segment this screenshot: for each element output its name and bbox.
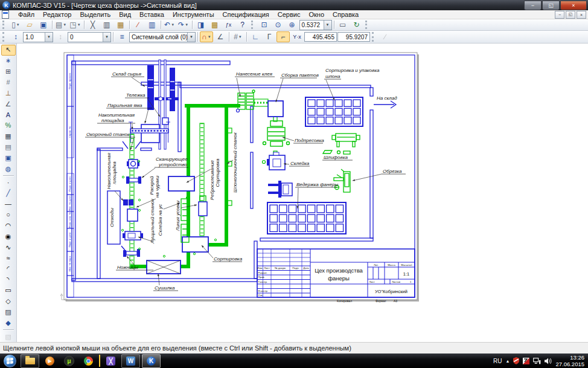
minimize-button[interactable]: − bbox=[524, 1, 542, 10]
aux-step-combo[interactable]: 0▼ bbox=[68, 32, 111, 42]
drawing-label[interactable]: Окорочный станок bbox=[86, 132, 130, 137]
toolbar-grip[interactable] bbox=[372, 32, 377, 42]
coord-y-field[interactable]: 95.9207 bbox=[337, 32, 370, 42]
save-icon[interactable]: ▣ bbox=[37, 19, 50, 30]
zoom-selection-icon[interactable]: ⊙ bbox=[272, 19, 285, 30]
drawing-label[interactable]: Тележка bbox=[126, 92, 145, 98]
datum-icon[interactable]: ⊞ bbox=[1, 66, 16, 77]
taskbar-clock[interactable]: 13:26 27.06.2015 bbox=[555, 354, 584, 368]
drawing-label[interactable]: Обрезка bbox=[383, 169, 402, 174]
drawing-label[interactable]: Сортировка bbox=[215, 158, 220, 187]
drawing-label[interactable]: Шлифовка bbox=[324, 155, 348, 160]
refresh-view-icon[interactable]: ↻ bbox=[350, 19, 363, 30]
format-brush-icon[interactable]: ∕ bbox=[132, 19, 145, 30]
menu-окно[interactable]: Окно bbox=[304, 10, 328, 19]
drawing-label[interactable]: Сортировка и упаковка bbox=[325, 68, 380, 73]
local-cs-icon[interactable]: ∟ bbox=[249, 31, 262, 42]
drawing-label[interactable]: Отходы bbox=[109, 208, 115, 227]
print-icon[interactable]: ▤▼ bbox=[54, 19, 68, 30]
taskbar-word-button[interactable]: W bbox=[121, 354, 140, 368]
drawing-label[interactable]: Линия усовки bbox=[175, 200, 181, 231]
menu-файл[interactable]: Файл bbox=[14, 10, 39, 19]
hatch-fill-icon[interactable]: ◆ bbox=[1, 317, 16, 328]
security-tray-icon[interactable] bbox=[523, 358, 529, 364]
document-icon[interactable] bbox=[2, 10, 9, 19]
drawing-label[interactable]: Склейка bbox=[290, 161, 310, 166]
measure-icon[interactable]: % bbox=[1, 120, 16, 131]
frame-icon[interactable]: ▦ bbox=[1, 131, 16, 142]
arc-icon[interactable]: ◠ bbox=[1, 221, 16, 231]
menu-выделить[interactable]: Выделить bbox=[75, 10, 115, 19]
fx-icon[interactable]: ƒx bbox=[222, 19, 235, 30]
menu-редактор[interactable]: Редактор bbox=[39, 10, 75, 19]
menu-справка[interactable]: Справка bbox=[328, 10, 363, 19]
curve-icon[interactable]: ∿ bbox=[1, 242, 16, 253]
aux-step-icon[interactable]: ↕ bbox=[54, 31, 67, 42]
hatch-lines-icon[interactable]: ▨ bbox=[1, 307, 16, 318]
language-indicator[interactable]: RU bbox=[493, 358, 502, 364]
taskbar-kompas-button[interactable]: K bbox=[142, 354, 161, 368]
close-button[interactable]: × bbox=[560, 1, 587, 10]
zoom-scale-combo[interactable]: 0.5372▼ bbox=[299, 20, 332, 30]
text-icon[interactable]: A bbox=[1, 109, 16, 120]
menu-спецификация[interactable]: Спецификация bbox=[219, 10, 273, 19]
view-icon[interactable]: ▣ bbox=[1, 153, 16, 164]
redo-icon[interactable]: ↷▼ bbox=[177, 19, 190, 30]
paste-icon[interactable]: ▦ bbox=[114, 19, 127, 30]
rectangle-icon[interactable]: ▭ bbox=[1, 285, 16, 296]
cut-icon[interactable]: ╳ bbox=[86, 19, 100, 30]
drawing-label[interactable]: Лущильный станок bbox=[150, 198, 155, 244]
drawing-label[interactable]: Склад сырья bbox=[112, 71, 142, 77]
print-preview-icon[interactable]: ◳▼ bbox=[68, 19, 81, 30]
cursor-step-icon[interactable]: ↕ bbox=[9, 31, 22, 42]
drawing-label[interactable]: Склейка на ус bbox=[158, 204, 163, 236]
drawing-label[interactable]: На склад bbox=[377, 95, 397, 101]
drawing-label[interactable]: на чураки bbox=[155, 175, 160, 198]
drawing-label[interactable]: площадка bbox=[101, 118, 124, 123]
new-document-icon[interactable]: ▯▼ bbox=[9, 19, 22, 30]
style-brush-icon[interactable]: ∕ bbox=[379, 31, 392, 42]
page-layout-icon[interactable]: ▭ bbox=[336, 19, 350, 30]
taskbar-kmplayer-button[interactable]: ╳ bbox=[102, 355, 120, 367]
drawing-label[interactable]: Нанесение клея bbox=[236, 71, 273, 77]
context-help-icon[interactable]: ? bbox=[236, 19, 249, 30]
drawing-workspace[interactable]: Перв. примен.Справ. №Подп. и датаИнв. № … bbox=[17, 44, 588, 342]
toolbar-grip[interactable] bbox=[2, 21, 7, 29]
drawing-label[interactable]: Шпонопочиночный станок bbox=[232, 132, 238, 193]
drawing-label[interactable]: Ножницы bbox=[117, 265, 138, 270]
drawing-label[interactable]: Ребросклеивание bbox=[209, 160, 215, 200]
properties-icon[interactable]: ▥ bbox=[145, 19, 159, 30]
copy-icon[interactable]: ▥ bbox=[100, 19, 113, 30]
drawing-label[interactable]: Ведержка фанеры bbox=[296, 182, 338, 187]
drawing-label[interactable]: Накопительная bbox=[98, 112, 135, 118]
toolbar-grip[interactable] bbox=[365, 21, 370, 29]
taskbar-chrome-button[interactable] bbox=[80, 355, 97, 367]
tray-expand-icon[interactable]: ▲ bbox=[506, 359, 510, 363]
stamp-icon[interactable]: ▧ bbox=[1, 331, 16, 342]
polygon-icon[interactable]: ◇ bbox=[1, 296, 16, 307]
drawing-canvas[interactable]: Перв. примен.Справ. №Подп. и датаИнв. № … bbox=[59, 48, 421, 305]
menu-вставка[interactable]: Вставка bbox=[135, 10, 168, 19]
select-tool-icon[interactable]: ↖ bbox=[1, 45, 16, 56]
sheet-icon[interactable]: ▤ bbox=[1, 142, 16, 153]
taskbar-utorrent-button[interactable]: µ bbox=[60, 355, 78, 367]
grid-icon[interactable]: #▼ bbox=[231, 31, 244, 42]
sphere-icon[interactable]: ◍ bbox=[1, 163, 16, 174]
coords-icon[interactable]: Y·x bbox=[290, 31, 304, 42]
mdi-restore-button[interactable]: ◱ bbox=[566, 11, 575, 19]
current-layer-combo[interactable]: Системный слой (0)▼ bbox=[129, 32, 196, 42]
drawing-label[interactable]: Сушилка bbox=[155, 285, 175, 291]
undo-icon[interactable]: ↶▼ bbox=[163, 19, 176, 30]
mdi-minimize-button[interactable]: − bbox=[555, 11, 564, 19]
chamfer-icon[interactable]: ◝ bbox=[1, 274, 16, 285]
point-icon[interactable]: · bbox=[1, 177, 16, 188]
toolbar-grip[interactable] bbox=[251, 21, 256, 29]
restore-button[interactable]: ◱ bbox=[542, 1, 560, 10]
drawing-label[interactable]: Сортировка bbox=[214, 256, 243, 262]
ortho-icon[interactable]: Γ bbox=[263, 31, 276, 42]
drawing-label[interactable]: площадка bbox=[112, 161, 117, 184]
zoom-in-icon[interactable]: ⊕ bbox=[286, 19, 299, 30]
mdi-close-button[interactable]: × bbox=[577, 11, 586, 19]
drawing-label[interactable]: Парильная яма bbox=[107, 103, 142, 108]
start-button[interactable] bbox=[4, 355, 16, 367]
